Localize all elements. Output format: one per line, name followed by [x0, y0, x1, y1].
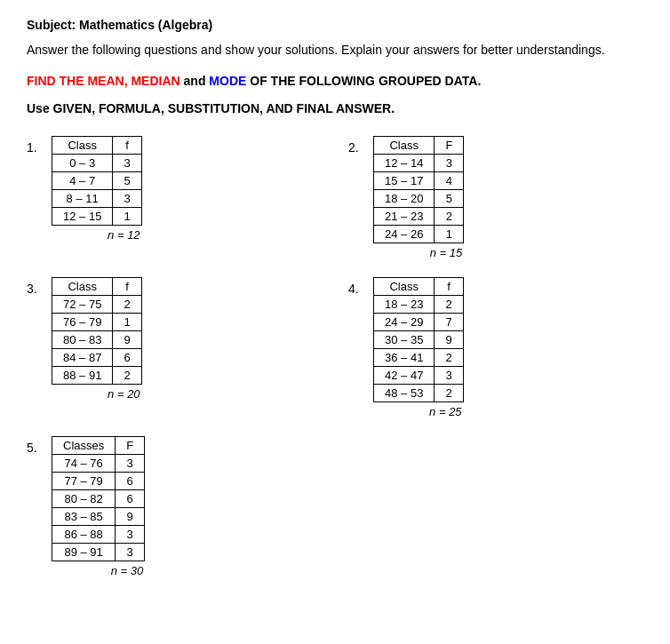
problem-4: 4. Class f 18 – 232 24 – 297 30 – 359 36…	[348, 277, 643, 418]
subject-line: Subject: Mathematics (Algebra)	[27, 18, 643, 32]
instructions: Answer the following questions and show …	[27, 41, 643, 60]
problem-1-n: n = 12	[52, 226, 142, 242]
table-row: 86 – 883	[52, 526, 145, 544]
table-row: 8 – 113	[52, 190, 142, 208]
table-row: 77 – 796	[52, 473, 145, 490]
p3-col-class: Class	[52, 278, 113, 296]
table-row: 80 – 826	[52, 490, 145, 508]
table-row: 15 – 174	[374, 172, 464, 190]
problem-1: 1. Class f 0 – 33 4 – 75 8 – 113 12 – 15…	[27, 136, 322, 259]
find-prefix: FIND THE MEAN,	[27, 74, 131, 88]
table-row: 84 – 876	[52, 349, 142, 367]
problem-3: 3. Class f 72 – 752 76 – 791 80 – 839 84…	[27, 277, 322, 418]
problem-2: 2. Class F 12 – 143 15 – 174 18 – 205 21…	[348, 136, 643, 259]
problem-2-n: n = 15	[373, 243, 464, 259]
table-row: 18 – 205	[374, 190, 464, 208]
table-row: 76 – 791	[52, 314, 142, 331]
problem-1-table: Class f 0 – 33 4 – 75 8 – 113 12 – 151	[52, 136, 142, 226]
problem-2-table: Class F 12 – 143 15 – 174 18 – 205 21 – …	[373, 136, 464, 243]
problem-4-n: n = 25	[373, 402, 464, 418]
table-row: 18 – 232	[374, 296, 464, 314]
table-row: 21 – 232	[374, 208, 464, 226]
find-median: MEDIAN	[131, 74, 179, 88]
table-row: 36 – 412	[374, 349, 464, 367]
problem-1-number: 1.	[27, 136, 44, 155]
problem-3-number: 3.	[27, 277, 44, 296]
problem-4-number: 4.	[348, 277, 366, 296]
table-row: 83 – 859	[52, 508, 145, 526]
p2-col-class: Class	[374, 137, 435, 155]
p4-col-class: Class	[374, 278, 435, 296]
problem-4-table: Class f 18 – 232 24 – 297 30 – 359 36 – …	[373, 277, 464, 402]
table-row: 4 – 75	[52, 172, 142, 190]
table-row: 48 – 532	[374, 385, 464, 402]
p5-col-f: F	[116, 437, 145, 455]
problem-5-table: Classes F 74 – 763 77 – 796 80 – 826 83 …	[52, 436, 145, 561]
problem-5-n: n = 30	[52, 561, 145, 577]
problem-5: 5. Classes F 74 – 763 77 – 796 80 – 826 …	[27, 436, 643, 577]
table-row: 80 – 839	[52, 331, 142, 349]
p5-col-classes: Classes	[52, 437, 116, 455]
use-given-line: Use GIVEN, FORMULA, SUBSTITUTION, AND FI…	[27, 99, 643, 118]
table-row: 12 – 151	[52, 208, 142, 226]
p2-col-f: F	[435, 137, 464, 155]
find-mode: MODE	[209, 74, 246, 88]
table-row: 89 – 913	[52, 544, 145, 561]
table-row: 74 – 763	[52, 455, 145, 473]
p1-col-f: f	[113, 137, 141, 155]
table-row: 24 – 297	[374, 314, 464, 331]
p3-col-f: f	[113, 278, 141, 296]
problem-3-table-wrapper: Class f 72 – 752 76 – 791 80 – 839 84 – …	[52, 277, 142, 401]
problem-2-table-wrapper: Class F 12 – 143 15 – 174 18 – 205 21 – …	[373, 136, 464, 259]
problem-5-table-wrapper: Classes F 74 – 763 77 – 796 80 – 826 83 …	[52, 436, 145, 577]
table-row: 72 – 752	[52, 296, 142, 314]
find-suffix: OF THE FOLLOWING GROUPED DATA.	[246, 74, 481, 88]
table-row: 30 – 359	[374, 331, 464, 349]
find-mean-line: FIND THE MEAN, MEDIAN and MODE OF THE FO…	[27, 72, 643, 91]
problem-4-table-wrapper: Class f 18 – 232 24 – 297 30 – 359 36 – …	[373, 277, 464, 418]
p1-col-class: Class	[52, 137, 113, 155]
problem-2-number: 2.	[348, 136, 366, 155]
problem-3-n: n = 20	[52, 385, 142, 401]
problem-3-table: Class f 72 – 752 76 – 791 80 – 839 84 – …	[52, 277, 142, 385]
table-row: 0 – 33	[52, 155, 142, 172]
problem-1-table-wrapper: Class f 0 – 33 4 – 75 8 – 113 12 – 151 n…	[52, 136, 142, 242]
p4-col-f: f	[435, 278, 463, 296]
table-row: 12 – 143	[374, 155, 464, 172]
table-row: 42 – 473	[374, 367, 464, 385]
table-row: 88 – 912	[52, 367, 142, 385]
table-row: 24 – 261	[374, 226, 464, 243]
find-and: and	[180, 74, 210, 88]
problem-5-number: 5.	[27, 436, 44, 455]
problems-grid: 1. Class f 0 – 33 4 – 75 8 – 113 12 – 15…	[27, 136, 643, 418]
